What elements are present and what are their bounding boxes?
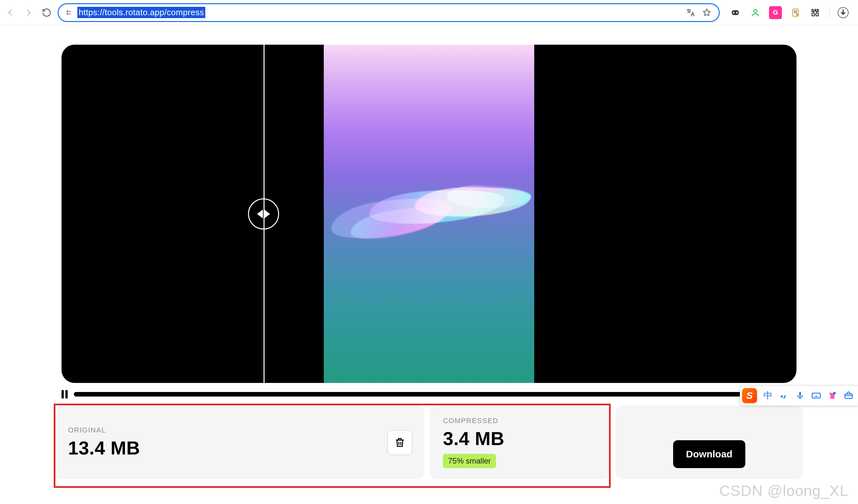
svg-point-0: [67, 11, 68, 12]
compressed-size: 3.4 MB: [443, 428, 597, 449]
svg-rect-9: [812, 393, 821, 398]
original-card: ORIGINAL 13.4 MB: [55, 406, 424, 479]
video-preview: [324, 45, 534, 383]
site-info-icon[interactable]: [64, 10, 74, 16]
chevron-left-icon: [257, 209, 263, 218]
ime-toolbar[interactable]: S 中: [740, 385, 858, 406]
address-bar[interactable]: https://tools.rotato.app/compress: [58, 3, 720, 22]
extension-icon-3[interactable]: G: [769, 6, 782, 19]
svg-point-4: [736, 12, 738, 13]
compressed-card: COMPRESSED 3.4 MB 75% smaller: [430, 406, 610, 479]
page-content: ORIGINAL 13.4 MB COMPRESSED 3.4 MB 75% s…: [0, 25, 858, 479]
pause-icon[interactable]: [62, 390, 69, 399]
toolbar-separator: [829, 7, 829, 18]
timeline-track[interactable]: [74, 392, 796, 396]
extension-icons: G: [724, 6, 855, 19]
forward-button[interactable]: [21, 5, 36, 20]
chevron-right-icon: [264, 209, 270, 218]
savings-badge: 75% smaller: [443, 454, 496, 468]
reload-button[interactable]: [39, 5, 54, 20]
svg-rect-2: [732, 10, 739, 15]
delete-original-button[interactable]: [387, 430, 413, 455]
stats-row: ORIGINAL 13.4 MB COMPRESSED 3.4 MB 75% s…: [55, 406, 803, 479]
ime-voice-icon[interactable]: [795, 391, 805, 401]
download-card: Download: [616, 406, 803, 479]
compressed-label: COMPRESSED: [443, 417, 597, 425]
svg-point-7: [781, 395, 783, 397]
compare-slider-handle[interactable]: [248, 198, 279, 229]
translate-icon[interactable]: [684, 6, 697, 19]
ime-punctuation-icon[interactable]: [779, 391, 789, 401]
ime-skin-icon[interactable]: [828, 391, 837, 401]
video-subject-graphic: [311, 181, 544, 245]
original-size: 13.4 MB: [68, 437, 411, 459]
browser-toolbar: https://tools.rotato.app/compress G: [0, 0, 858, 25]
download-button[interactable]: Download: [673, 440, 745, 468]
extension-icon-2[interactable]: [749, 6, 762, 19]
downloads-icon[interactable]: [837, 6, 849, 19]
trash-icon: [394, 437, 406, 448]
svg-point-1: [67, 13, 68, 14]
ime-logo-icon[interactable]: S: [742, 388, 757, 403]
svg-point-3: [733, 12, 735, 13]
ime-toolbox-icon[interactable]: [844, 391, 854, 401]
extensions-puzzle-icon[interactable]: [809, 6, 822, 19]
extension-icon-1[interactable]: [729, 6, 742, 19]
extension-icon-4[interactable]: [789, 6, 802, 19]
video-compare-stage: [62, 45, 796, 383]
svg-rect-11: [845, 394, 853, 399]
ime-language-indicator[interactable]: 中: [763, 389, 773, 402]
watermark-text: CSDN @loong_XL: [719, 482, 848, 500]
original-label: ORIGINAL: [68, 426, 411, 434]
back-button[interactable]: [3, 5, 17, 20]
ime-keyboard-icon[interactable]: [811, 391, 821, 401]
svg-point-10: [833, 392, 836, 394]
svg-point-5: [754, 10, 757, 13]
video-timeline: [62, 390, 796, 399]
bookmark-star-icon[interactable]: [701, 6, 713, 19]
url-text: https://tools.rotato.app/compress: [77, 7, 205, 18]
svg-rect-8: [799, 392, 801, 396]
